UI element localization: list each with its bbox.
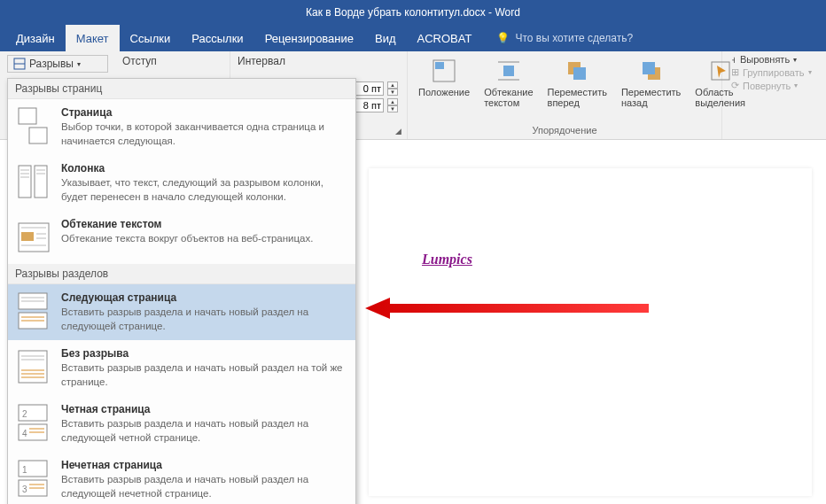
spin-down-icon[interactable]: ▼ (387, 105, 398, 112)
position-icon (430, 57, 458, 85)
wrap-label: Обтекание текстом (484, 87, 533, 108)
spin-up-icon[interactable]: ▲ (387, 81, 398, 89)
page-break-icon (17, 106, 51, 145)
odd-page-break-icon: 13 (17, 459, 51, 498)
svg-rect-8 (573, 67, 586, 80)
continuous-break-icon (17, 347, 51, 386)
break-continuous[interactable]: Без разрываВставить разрыв раздела и нач… (8, 340, 355, 396)
svg-rect-23 (21, 232, 34, 241)
position-label: Положение (418, 87, 470, 97)
tab-design[interactable]: Дизайн (5, 25, 66, 51)
text-wrap-break-icon (17, 218, 51, 257)
tab-mailings[interactable]: Рассылки (181, 25, 253, 51)
document-sample-text: Lumpics (422, 252, 472, 268)
document-page[interactable]: Lumpics (369, 168, 812, 496)
svg-text:4: 4 (22, 429, 27, 438)
group-button[interactable]: ⊞Группировать▾ (728, 66, 819, 79)
chevron-down-icon: ▾ (77, 60, 81, 68)
group-icon: ⊞ (731, 66, 739, 78)
forward-icon (563, 57, 591, 85)
tab-links[interactable]: Ссылки (120, 25, 182, 51)
breaks-button[interactable]: Разрывы ▾ (7, 55, 108, 73)
send-backward-button[interactable]: Переместить назад (616, 53, 686, 112)
chevron-down-icon: ▾ (794, 81, 798, 89)
lightbulb-icon: 💡 (496, 32, 510, 44)
ribbon-tabs: Дизайн Макет Ссылки Рассылки Рецензирова… (0, 25, 826, 51)
tell-me[interactable]: 💡 Что вы хотите сделать? (496, 32, 633, 44)
break-text-wrapping[interactable]: Обтекание текстомОбтекание текста вокруг… (8, 211, 355, 264)
breaks-dropdown: Разрывы страниц СтраницаВыбор точки, в к… (7, 78, 356, 504)
svg-rect-14 (29, 128, 47, 143)
chevron-down-icon: ▾ (808, 68, 812, 76)
break-next-page[interactable]: Следующая страницаВставить разрыв раздел… (8, 284, 355, 340)
tell-me-label: Что вы хотите сделать? (515, 32, 633, 44)
forward-label: Переместить вперед (548, 87, 607, 108)
tab-layout[interactable]: Макет (66, 25, 120, 51)
tab-acrobat[interactable]: ACROBAT (407, 25, 483, 51)
backward-icon (637, 57, 666, 85)
even-page-break-icon: 24 (17, 403, 51, 442)
dropdown-section-page-breaks: Разрывы страниц (8, 79, 355, 99)
tab-view[interactable]: Вид (364, 25, 407, 51)
indent-header: Отступ (121, 53, 224, 69)
svg-text:1: 1 (22, 465, 27, 475)
arrange-group-label: Упорядочение (413, 123, 716, 137)
svg-marker-52 (365, 298, 649, 319)
backward-label: Переместить назад (621, 87, 681, 108)
title-bar: Как в Ворде убрать колонтитул.docx - Wor… (0, 0, 826, 25)
column-break-icon (17, 162, 51, 201)
breaks-label: Разрывы (29, 58, 74, 70)
svg-rect-34 (19, 351, 47, 383)
break-odd-page[interactable]: 13 Нечетная страницаВставить разрыв разд… (8, 452, 355, 504)
chevron-down-icon: ▾ (793, 56, 797, 64)
position-button[interactable]: Положение (413, 53, 475, 101)
wrap-icon (495, 57, 523, 85)
svg-text:3: 3 (22, 485, 27, 494)
wrap-text-button[interactable]: Обтекание текстом (479, 53, 538, 112)
bring-forward-button[interactable]: Переместить вперед (542, 53, 612, 112)
rotate-icon: ⟳ (731, 80, 739, 91)
break-column[interactable]: КолонкаУказывает, что текст, следующий з… (8, 155, 355, 211)
break-page[interactable]: СтраницаВыбор точки, в которой заканчива… (8, 99, 355, 155)
svg-rect-4 (503, 66, 514, 76)
align-button[interactable]: ⫞Выровнять▾ (728, 53, 819, 66)
svg-rect-13 (19, 108, 36, 124)
spin-down-icon[interactable]: ▼ (387, 89, 398, 96)
tab-review[interactable]: Рецензирование (254, 25, 364, 51)
rotate-button[interactable]: ⟳Повернуть▾ (728, 79, 819, 92)
breaks-icon (13, 58, 26, 70)
svg-text:2: 2 (22, 409, 27, 419)
annotation-arrow (365, 298, 649, 319)
next-page-break-icon (17, 291, 51, 330)
break-even-page[interactable]: 24 Четная страницаВставить разрыв раздел… (8, 396, 355, 452)
dropdown-section-section-breaks: Разрывы разделов (8, 264, 355, 284)
align-icon: ⫞ (731, 54, 736, 65)
spin-up-icon[interactable]: ▲ (387, 98, 398, 105)
window-title: Как в Ворде убрать колонтитул.docx - Wor… (306, 6, 520, 19)
interval-header: Интервал (236, 53, 401, 69)
svg-rect-3 (435, 62, 444, 69)
svg-rect-10 (643, 62, 655, 74)
